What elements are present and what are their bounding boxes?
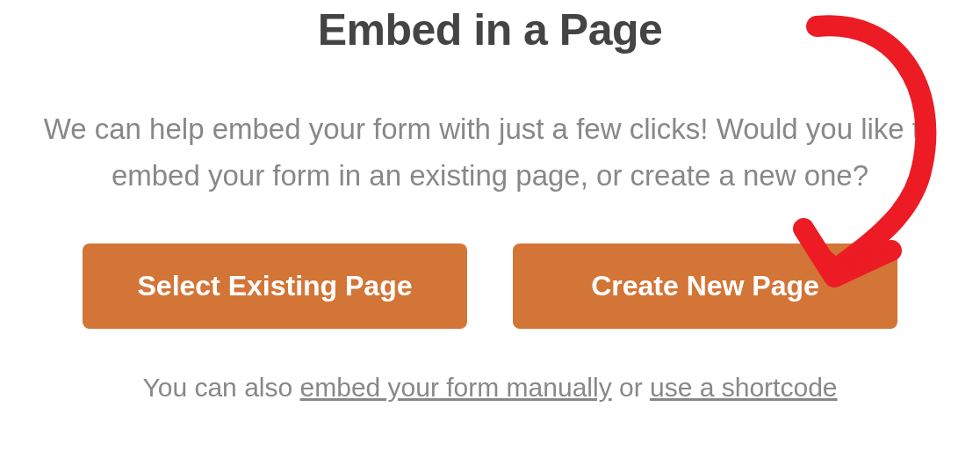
use-shortcode-link[interactable]: use a shortcode bbox=[650, 373, 837, 402]
select-existing-page-button[interactable]: Select Existing Page bbox=[83, 244, 467, 329]
embed-manually-link[interactable]: embed your form manually bbox=[300, 373, 612, 402]
footer-text: You can also embed your form manually or… bbox=[142, 373, 837, 403]
modal-description: We can help embed your form with just a … bbox=[31, 106, 949, 200]
embed-modal: Embed in a Page We can help embed your f… bbox=[31, 0, 949, 458]
button-row: Select Existing Page Create New Page bbox=[31, 244, 949, 329]
footer-middle: or bbox=[612, 373, 650, 402]
footer-prefix: You can also bbox=[142, 373, 299, 402]
create-new-page-button[interactable]: Create New Page bbox=[513, 244, 897, 329]
modal-title: Embed in a Page bbox=[318, 4, 663, 55]
